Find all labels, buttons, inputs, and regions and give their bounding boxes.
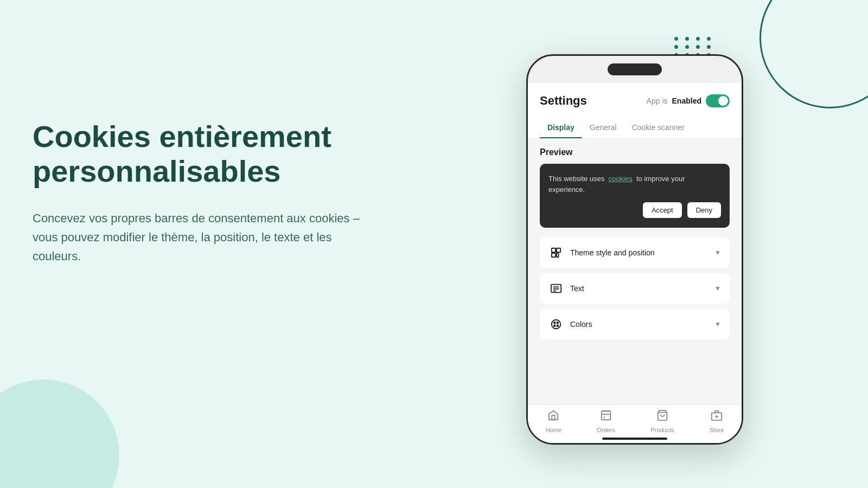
nav-store-label: Store <box>710 427 724 433</box>
app-status-label: App is <box>647 97 668 105</box>
app-status: App is Enabled <box>647 94 730 107</box>
chevron-down-icon: ▼ <box>714 320 721 328</box>
accordion-theme[interactable]: Theme style and position ▼ <box>540 237 730 268</box>
svg-point-9 <box>554 322 556 324</box>
store-icon <box>711 409 723 425</box>
svg-rect-14 <box>602 411 611 420</box>
deny-button[interactable]: Deny <box>687 202 721 218</box>
phone-mockup: Settings App is Enabled Display General … <box>526 54 743 445</box>
settings-header: Settings App is Enabled Display General … <box>528 83 742 139</box>
accordion-text[interactable]: Text ▼ <box>540 273 730 304</box>
nav-products[interactable]: Products <box>650 409 674 433</box>
preview-label: Preview <box>540 147 730 157</box>
cookie-buttons: Accept Deny <box>548 202 721 218</box>
phone-content: Settings App is Enabled Display General … <box>528 83 742 443</box>
svg-point-10 <box>557 322 558 324</box>
home-indicator <box>602 438 667 440</box>
accordion-theme-label: Theme style and position <box>570 248 655 257</box>
settings-title: Settings <box>540 94 587 108</box>
svg-rect-0 <box>552 248 556 252</box>
accordion-text-label: Text <box>570 284 584 293</box>
nav-store[interactable]: Store <box>710 409 724 433</box>
tab-display[interactable]: Display <box>540 118 582 138</box>
nav-orders-label: Orders <box>597 427 615 433</box>
orders-icon <box>600 409 612 425</box>
accordion-colors-label: Colors <box>570 320 592 329</box>
bg-circle-bottom-left <box>0 380 119 488</box>
home-icon <box>547 409 559 425</box>
app-enabled-toggle[interactable] <box>706 94 730 107</box>
cookie-banner-preview: This website uses cookies to improve you… <box>540 164 730 228</box>
svg-point-12 <box>557 325 558 326</box>
inner-content: Preview This website uses cookies to imp… <box>528 139 742 423</box>
sub-text: Concevez vos propres barres de consentem… <box>33 209 369 266</box>
phone-notch <box>608 63 662 75</box>
text-icon <box>548 281 564 296</box>
theme-icon <box>548 245 564 260</box>
accept-button[interactable]: Accept <box>643 202 682 218</box>
svg-rect-13 <box>552 415 556 420</box>
svg-rect-2 <box>552 253 556 257</box>
svg-point-11 <box>554 325 556 326</box>
left-content: Cookies entièrement personnalisables Con… <box>33 119 369 266</box>
tab-cookie-scanner[interactable]: Cookie scanner <box>624 118 692 138</box>
phone-frame: Settings App is Enabled Display General … <box>526 54 743 445</box>
palette-icon <box>548 317 564 332</box>
accordion-colors[interactable]: Colors ▼ <box>540 309 730 339</box>
cookie-link[interactable]: cookies <box>609 175 633 183</box>
bg-circle-top-right <box>760 0 868 108</box>
products-icon <box>656 409 668 425</box>
chevron-down-icon: ▼ <box>714 249 721 256</box>
nav-home-label: Home <box>546 427 561 433</box>
main-heading: Cookies entièrement personnalisables <box>33 119 369 189</box>
nav-home[interactable]: Home <box>546 409 561 433</box>
nav-products-label: Products <box>650 427 674 433</box>
nav-orders[interactable]: Orders <box>597 409 615 433</box>
chevron-down-icon: ▼ <box>714 285 721 292</box>
status-enabled-text: Enabled <box>672 97 701 105</box>
svg-rect-3 <box>557 253 559 257</box>
cookie-text: This website uses cookies to improve you… <box>548 174 721 195</box>
svg-rect-1 <box>557 248 560 252</box>
tabs: Display General Cookie scanner <box>540 118 730 138</box>
cookie-text-before: This website uses <box>548 175 604 183</box>
svg-point-8 <box>552 320 561 329</box>
tab-general[interactable]: General <box>582 118 624 138</box>
